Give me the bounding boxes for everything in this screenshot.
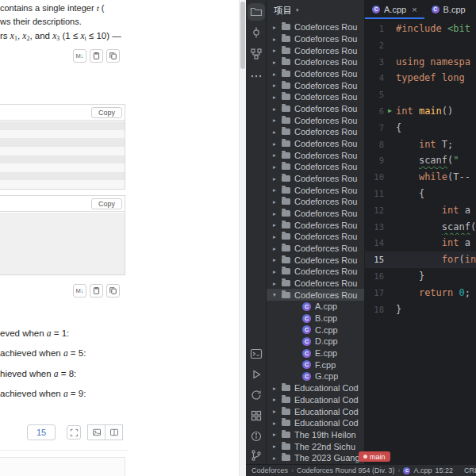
folder-icon: [282, 117, 290, 124]
chevron-right-icon: ▸: [273, 106, 282, 113]
number-input[interactable]: 15: [27, 424, 56, 440]
caret-position[interactable]: 15:22: [435, 466, 453, 474]
more-tool-windows-icon[interactable]: [250, 70, 263, 83]
project-folder-item[interactable]: ▾Codeforces Rou: [267, 289, 364, 301]
project-folder-item[interactable]: ▸The 2023 Guang: [267, 452, 364, 464]
project-file-item[interactable]: CD.cpp: [267, 336, 364, 347]
structure-icon[interactable]: [250, 48, 263, 60]
project-folder-item[interactable]: ▸Codeforces Rou: [267, 44, 364, 56]
project-panel-header[interactable]: 项目 ▾: [267, 0, 364, 21]
markdown-copy-button[interactable]: M↓: [73, 49, 86, 63]
code-line[interactable]: 17 return 0;: [365, 285, 476, 301]
copy-input-button[interactable]: Copy: [91, 107, 122, 118]
project-folder-item[interactable]: ▸Codeforces Rou: [267, 196, 364, 208]
code-line[interactable]: 10 while(T--: [365, 169, 476, 186]
code-line[interactable]: 6▶int main(): [365, 103, 476, 120]
copy-output-button[interactable]: Copy: [91, 198, 122, 209]
code-line[interactable]: 18}: [365, 301, 476, 318]
project-folder-item[interactable]: ▸Codeforces Rou: [267, 56, 364, 68]
project-folder-item[interactable]: ▸Codeforces Rou: [267, 173, 364, 185]
scrollbar-thumb[interactable]: [240, 2, 245, 69]
close-icon[interactable]: ×: [412, 5, 416, 14]
breadcrumb-item[interactable]: Codeforces: [251, 466, 288, 474]
project-folder-item[interactable]: ▸Codeforces Rou: [267, 278, 364, 290]
run-gutter-icon[interactable]: ▶: [384, 103, 396, 120]
code-line[interactable]: 15 for(int: [365, 251, 476, 268]
project-folder-item[interactable]: ▸Codeforces Rou: [267, 126, 364, 138]
project-file-item[interactable]: CF.cpp: [267, 359, 364, 370]
project-folder-item[interactable]: ▸Codeforces Rou: [267, 149, 364, 161]
editor-tab[interactable]: CC.cpp: [473, 0, 476, 19]
line-ending[interactable]: CRLF: [464, 466, 476, 474]
widgets-icon[interactable]: [250, 409, 263, 422]
editor-tab[interactable]: CA.cpp×: [365, 0, 424, 19]
code-line[interactable]: 3using namespa: [365, 54, 476, 71]
expand-icon[interactable]: [67, 425, 81, 440]
rerun-icon[interactable]: [250, 389, 263, 401]
project-folder-item[interactable]: ▸Codeforces Rou: [267, 79, 364, 91]
project-folder-item[interactable]: ▸Codeforces Rou: [267, 243, 364, 255]
copy-icon[interactable]: [106, 49, 120, 63]
project-folder-item[interactable]: ▸Educational Cod: [267, 394, 364, 406]
code-line[interactable]: 8 int T;: [365, 136, 476, 153]
code-editor[interactable]: 1#include <bit23using namespa4typedef lo…: [365, 19, 476, 464]
project-folder-item[interactable]: ▸Educational Cod: [267, 382, 364, 394]
run-status-badge[interactable]: main: [359, 451, 390, 462]
breadcrumb-item[interactable]: A.cpp: [413, 466, 432, 474]
code-line[interactable]: 1#include <bit: [365, 21, 476, 37]
code-line[interactable]: 2: [365, 37, 476, 54]
project-folder-item[interactable]: ▸Codeforces Rou: [267, 21, 364, 33]
text-segment: eved when: [0, 328, 47, 338]
project-folder-item[interactable]: ▸Codeforces Rou: [267, 231, 364, 243]
copy-icon[interactable]: [106, 284, 120, 298]
project-file-item[interactable]: CE.cpp: [267, 347, 364, 359]
terminal-icon[interactable]: [250, 347, 263, 360]
project-folder-item[interactable]: ▸Codeforces Rou: [267, 33, 364, 45]
code-line[interactable]: 14 int a: [365, 235, 476, 251]
project-folder-item[interactable]: ▸Codeforces Rou: [267, 254, 364, 266]
project-folder-item[interactable]: ▸Codeforces Rou: [267, 219, 364, 231]
project-folder-item[interactable]: ▸The 19th Heilon: [267, 429, 364, 441]
item-label: C.cpp: [315, 325, 338, 335]
code-line[interactable]: 12 int a: [365, 202, 476, 219]
markdown-copy-button[interactable]: M↓: [73, 284, 86, 298]
project-folder-item[interactable]: ▸Codeforces Rou: [267, 91, 364, 103]
project-folder-item[interactable]: ▸Codeforces Rou: [267, 114, 364, 126]
project-folder-item[interactable]: ▸The 22nd Sichu: [267, 440, 364, 452]
text-segment: ) —: [106, 31, 121, 40]
project-folder-item[interactable]: ▸Codeforces Rou: [267, 68, 364, 80]
code-line[interactable]: 16 }: [365, 268, 476, 285]
project-folder-item[interactable]: ▸Codeforces Rou: [267, 208, 364, 220]
project-file-item[interactable]: CA.cpp: [267, 301, 364, 313]
clipboard-icon[interactable]: [90, 49, 103, 63]
project-file-item[interactable]: CG.cpp: [267, 370, 364, 382]
project-file-item[interactable]: CB.cpp: [267, 313, 364, 324]
project-file-item[interactable]: CC.cpp: [267, 324, 364, 336]
project-folder-item[interactable]: ▸Educational Cod: [267, 405, 364, 417]
clipboard-icon[interactable]: [90, 284, 103, 298]
chevron-right-icon: ▸: [273, 268, 282, 275]
image-view-icon[interactable]: [87, 424, 106, 440]
editor-tab[interactable]: CB.cpp: [424, 0, 473, 19]
code-line[interactable]: 13 scanf(: [365, 219, 476, 236]
code-token: int: [419, 139, 442, 150]
run-tool-icon[interactable]: [250, 368, 263, 381]
project-folder-item[interactable]: ▸Codeforces Rou: [267, 266, 364, 278]
problems-info-icon[interactable]: [250, 430, 263, 443]
branch-icon[interactable]: [250, 449, 263, 462]
project-folder-item[interactable]: ▸Codeforces Rou: [267, 138, 364, 150]
project-folder-item[interactable]: ▸Codeforces Rou: [267, 103, 364, 115]
project-folder-item[interactable]: ▸Codeforces Rou: [267, 161, 364, 173]
breadcrumb-item[interactable]: Codeforces Round 954 (Div. 3): [297, 466, 394, 474]
code-line[interactable]: 9 scanf(": [365, 152, 476, 169]
commit-icon[interactable]: [250, 26, 263, 39]
code-line[interactable]: 5: [365, 86, 476, 103]
project-folder-icon[interactable]: [250, 6, 263, 18]
split-view-icon[interactable]: [105, 424, 123, 440]
project-folder-item[interactable]: ▸Codeforces Rou: [267, 184, 364, 196]
chevron-right-icon: ▸: [273, 47, 282, 54]
code-line[interactable]: 4typedef long: [365, 70, 476, 86]
code-line[interactable]: 7{: [365, 120, 476, 136]
project-folder-item[interactable]: ▸Educational Cod: [267, 417, 364, 429]
code-line[interactable]: 11 {: [365, 186, 476, 202]
